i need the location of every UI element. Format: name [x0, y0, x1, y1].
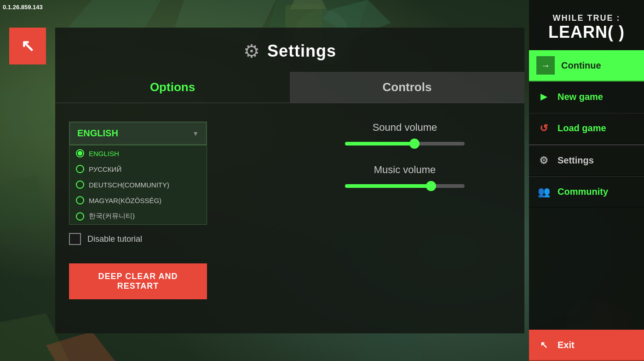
- exit-icon: ↖: [536, 339, 551, 350]
- lang-label-magyar: MAGYAR(KÖZÖSSÉG): [89, 197, 161, 204]
- load-game-label: Load game: [558, 123, 606, 134]
- tabs-row: Options Controls: [55, 72, 524, 103]
- tab-controls[interactable]: Controls: [290, 72, 524, 103]
- disable-tutorial-checkbox[interactable]: [69, 233, 81, 245]
- svg-marker-6: [290, 0, 327, 9]
- settings-menu-label: Settings: [558, 155, 594, 166]
- load-game-button[interactable]: ↺ Load game: [529, 113, 644, 144]
- disable-tutorial-row: Disable tutorial: [69, 233, 281, 245]
- options-content: ENGLISH ▼ ENGLISH РУССКИЙ DEUTSCH(COMMUN…: [55, 103, 524, 318]
- language-dropdown[interactable]: ENGLISH ▼: [69, 122, 207, 145]
- lang-item-korean[interactable]: 한국(커뮤니티): [69, 208, 207, 224]
- continue-label: Continue: [561, 60, 601, 71]
- dropdown-arrow-icon: ▼: [192, 130, 199, 137]
- disable-tutorial-label: Disable tutorial: [87, 234, 142, 244]
- game-title-line2: LEARN( ): [536, 23, 637, 41]
- svg-marker-8: [0, 175, 46, 230]
- settings-menu-icon: ⚙: [536, 155, 551, 167]
- community-button[interactable]: 👥 Community: [529, 176, 644, 208]
- settings-menu-button[interactable]: ⚙ Settings: [529, 145, 644, 176]
- language-selected-label: ENGLISH: [77, 128, 118, 139]
- lang-item-magyar[interactable]: MAGYAR(KÖZÖSSÉG): [69, 192, 207, 208]
- continue-button[interactable]: → Continue: [529, 50, 644, 82]
- right-sidebar: WHILE TRUE : LEARN( ) → Continue ▶ New g…: [529, 0, 644, 361]
- sound-volume-track[interactable]: [345, 142, 465, 146]
- sound-volume-fill: [345, 142, 414, 146]
- lang-radio-deutsch: [76, 180, 84, 189]
- sound-volume-thumb[interactable]: [409, 139, 420, 149]
- language-list: ENGLISH РУССКИЙ DEUTSCH(COMMUNITY) MAGYA…: [69, 145, 207, 225]
- community-label: Community: [558, 186, 608, 197]
- exit-button[interactable]: ↖ Exit: [529, 330, 644, 361]
- deep-clear-button[interactable]: DEEP CLEAR AND RESTART: [69, 263, 207, 299]
- back-arrow-icon: ↖: [21, 36, 34, 56]
- settings-panel: ⚙ Settings Options Controls ENGLISH ▼ EN…: [55, 28, 524, 333]
- svg-marker-7: [0, 83, 55, 138]
- settings-header: ⚙ Settings: [55, 28, 524, 72]
- new-game-button[interactable]: ▶ New game: [529, 82, 644, 113]
- lang-radio-english: [76, 149, 84, 157]
- community-icon: 👥: [536, 186, 551, 198]
- exit-label: Exit: [558, 340, 575, 350]
- version-label: 0.1.26.859.143: [3, 4, 43, 11]
- lang-item-russian[interactable]: РУССКИЙ: [69, 161, 207, 177]
- new-game-icon: ▶: [536, 92, 551, 102]
- sound-volume-label: Sound volume: [299, 122, 511, 134]
- lang-label-russian: РУССКИЙ: [89, 165, 121, 173]
- game-title: WHILE TRUE : LEARN( ): [529, 9, 644, 50]
- sidebar-spacer: [529, 208, 644, 330]
- lang-label-korean: 한국(커뮤니티): [89, 212, 135, 221]
- settings-gear-icon: ⚙: [243, 41, 260, 62]
- back-button[interactable]: ↖: [9, 28, 46, 64]
- music-volume-thumb[interactable]: [426, 181, 436, 191]
- lang-radio-magyar: [76, 196, 84, 204]
- settings-title: Settings: [267, 41, 336, 61]
- music-volume-fill: [345, 184, 431, 188]
- load-game-icon: ↺: [536, 122, 551, 134]
- lang-label-deutsch: DEUTSCH(COMMUNITY): [89, 181, 169, 189]
- lang-label-english: ENGLISH: [89, 150, 119, 157]
- music-volume-label: Music volume: [299, 164, 511, 176]
- lang-item-english[interactable]: ENGLISH: [69, 146, 207, 161]
- new-game-label: New game: [558, 92, 603, 102]
- music-volume-track[interactable]: [345, 184, 465, 188]
- continue-icon: →: [536, 56, 555, 75]
- music-volume-section: Music volume: [299, 164, 511, 188]
- options-right-panel: Sound volume Music volume: [299, 122, 511, 299]
- game-title-line1: WHILE TRUE :: [536, 14, 637, 23]
- sound-volume-section: Sound volume: [299, 122, 511, 146]
- tab-options[interactable]: Options: [55, 72, 290, 103]
- lang-radio-russian: [76, 165, 84, 173]
- lang-item-deutsch[interactable]: DEUTSCH(COMMUNITY): [69, 177, 207, 192]
- lang-radio-korean: [76, 212, 84, 221]
- options-left-panel: ENGLISH ▼ ENGLISH РУССКИЙ DEUTSCH(COMMUN…: [69, 122, 281, 299]
